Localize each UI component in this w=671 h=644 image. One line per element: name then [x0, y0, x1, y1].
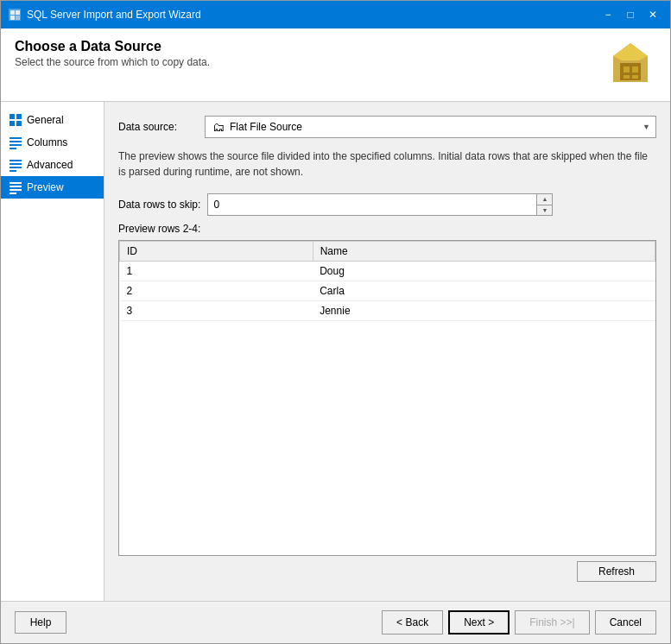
svg-rect-11 [632, 75, 638, 79]
sidebar-item-general[interactable]: General [1, 109, 104, 131]
svg-rect-2 [16, 10, 20, 15]
table-row: 2Carla [120, 281, 655, 301]
preview-table: ID Name 1Doug2Carla3Jennie [119, 241, 655, 321]
svg-rect-9 [632, 66, 638, 73]
svg-rect-22 [9, 167, 22, 168]
svg-rect-24 [9, 182, 22, 184]
svg-rect-21 [9, 163, 22, 165]
content-area: Data source: 🗂 Flat File Source The prev… [104, 102, 670, 601]
svg-rect-23 [9, 170, 16, 172]
cell-name: Jennie [313, 301, 655, 321]
svg-rect-8 [624, 66, 630, 73]
window-title: SQL Server Import and Export Wizard [27, 9, 598, 21]
svg-rect-1 [10, 10, 15, 15]
preview-icon [8, 180, 23, 195]
cell-id: 2 [120, 281, 313, 301]
description-text: The preview shows the source file divide… [118, 148, 656, 180]
svg-rect-27 [9, 193, 16, 194]
page-title: Choose a Data Source [15, 39, 210, 54]
svg-rect-14 [9, 121, 15, 126]
next-button[interactable]: Next > [448, 610, 510, 635]
preview-label: Preview [27, 181, 64, 193]
window-controls: − □ ✕ [598, 6, 663, 23]
minimize-button[interactable]: − [598, 6, 618, 23]
svg-rect-12 [9, 114, 15, 119]
header: Choose a Data Source Select the source f… [1, 28, 670, 102]
skip-input[interactable] [208, 194, 536, 215]
refresh-button[interactable]: Refresh [577, 561, 656, 582]
sidebar: General Columns [1, 102, 104, 601]
svg-rect-20 [9, 160, 22, 161]
table-header-row: ID Name [120, 242, 655, 262]
col-header-id: ID [120, 242, 313, 262]
svg-rect-18 [9, 144, 22, 146]
app-icon [8, 8, 22, 22]
svg-rect-10 [624, 75, 630, 79]
cell-name: Carla [313, 281, 655, 301]
main-window: SQL Server Import and Export Wizard − □ … [0, 0, 671, 644]
svg-rect-26 [9, 189, 22, 191]
datasource-select-icon: 🗂 [212, 120, 225, 134]
svg-marker-6 [613, 43, 648, 60]
preview-rows-label: Preview rows 2-4: [118, 223, 656, 235]
cancel-button[interactable]: Cancel [595, 610, 656, 635]
footer-left: Help [15, 611, 66, 634]
title-bar: SQL Server Import and Export Wizard − □ … [1, 1, 670, 28]
table-row: 3Jennie [120, 301, 655, 321]
col-header-name: Name [313, 242, 655, 262]
svg-rect-16 [9, 137, 22, 139]
spin-up-button[interactable]: ▲ [537, 194, 552, 205]
datasource-row: Data source: 🗂 Flat File Source [118, 116, 656, 138]
spin-down-button[interactable]: ▼ [537, 205, 552, 216]
header-text: Choose a Data Source Select the source f… [15, 39, 210, 68]
sidebar-item-columns[interactable]: Columns [1, 131, 104, 154]
help-button[interactable]: Help [15, 611, 66, 634]
maximize-button[interactable]: □ [620, 6, 641, 23]
general-label: General [27, 114, 64, 126]
columns-label: Columns [27, 136, 67, 148]
datasource-select-wrapper: 🗂 Flat File Source [205, 116, 656, 138]
preview-table-wrapper: ID Name 1Doug2Carla3Jennie [118, 240, 656, 556]
sidebar-item-preview[interactable]: Preview [1, 176, 104, 199]
cell-id: 1 [120, 262, 313, 281]
columns-icon [8, 135, 23, 150]
svg-rect-19 [9, 148, 16, 149]
skip-input-wrapper: ▲ ▼ [207, 193, 553, 216]
back-button[interactable]: < Back [382, 610, 443, 635]
finish-button[interactable]: Finish >>| [515, 610, 589, 635]
sidebar-item-advanced[interactable]: Advanced [1, 154, 104, 176]
main-area: General Columns [1, 102, 670, 601]
svg-rect-15 [16, 121, 22, 126]
svg-rect-17 [9, 141, 22, 142]
svg-rect-25 [9, 186, 22, 187]
datasource-selected-text: Flat File Source [230, 121, 302, 133]
svg-rect-3 [10, 16, 15, 20]
general-icon [8, 112, 23, 128]
header-icon [605, 39, 656, 91]
footer-right: < Back Next > Finish >>| Cancel [382, 610, 656, 635]
table-row: 1Doug [120, 262, 655, 281]
footer: Help < Back Next > Finish >>| Cancel [1, 601, 670, 643]
svg-rect-13 [16, 114, 22, 119]
skip-spinner: ▲ ▼ [536, 194, 552, 215]
page-subtitle: Select the source from which to copy dat… [15, 56, 210, 68]
datasource-dropdown[interactable]: 🗂 Flat File Source [205, 116, 656, 138]
svg-rect-4 [16, 16, 20, 20]
close-button[interactable]: ✕ [643, 6, 663, 23]
refresh-area: Refresh [118, 556, 656, 587]
advanced-label: Advanced [27, 159, 73, 171]
cell-name: Doug [313, 262, 655, 281]
cell-id: 3 [120, 301, 313, 321]
datasource-label: Data source: [118, 121, 205, 133]
advanced-icon [8, 157, 23, 173]
skip-label: Data rows to skip: [118, 199, 200, 211]
skip-row: Data rows to skip: ▲ ▼ [118, 193, 656, 216]
